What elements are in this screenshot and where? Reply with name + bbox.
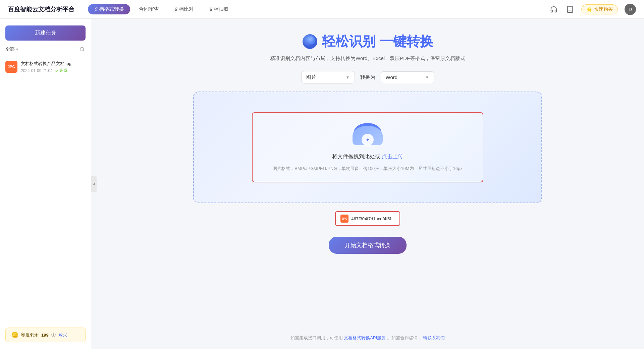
credit-bar: 🪙 额度剩余 199 ⓘ 购买 (5, 328, 86, 342)
source-select-arrow: ▼ (346, 75, 350, 80)
upload-area[interactable]: 将文件拖拽到此处或 点击上传 图片格式：BMP/JPG/JPEG/PNG，单次最… (193, 92, 542, 203)
upload-arrow-circle (362, 134, 374, 146)
upload-click-link[interactable]: 点击上传 (382, 154, 403, 159)
avatar[interactable]: D (625, 4, 636, 15)
credit-count: 199 (41, 333, 49, 338)
upload-text: 将文件拖拽到此处或 点击上传 (332, 153, 403, 160)
filter-arrow-icon: ▾ (16, 47, 18, 52)
file-preview-name: 467f304f7d1acdf4f5f... (351, 216, 394, 221)
hero-title-text: 轻松识别 一键转换 (322, 32, 433, 51)
main-wrapper: 新建任务 全部 ▾ JPG 文档格式转换产品文档.jpg 2024-01-09 … (0, 19, 644, 349)
header: 百度智能云文档分析平台 文档格式转换 合同审查 文档比对 文档抽取 ⭐ 快速购买… (0, 0, 644, 19)
file-date: 2024-01-09 21:04 (21, 68, 53, 73)
main-content: 轻松识别 一键转换 精准识别文档内容与布局，支持转换为Word、Excel、双层… (91, 19, 644, 349)
hero-title: 轻松识别 一键转换 (270, 32, 465, 51)
convert-controls: 图片 ▼ 转换为 Word ▼ (301, 71, 434, 83)
file-thumbnail: JPG (5, 61, 17, 73)
upload-inner-box[interactable]: 将文件拖拽到此处或 点击上传 图片格式：BMP/JPG/JPEG/PNG，单次最… (252, 112, 483, 182)
file-preview-thumb: JPG (340, 215, 348, 223)
search-icon[interactable] (79, 46, 86, 53)
hero-subtitle: 精准识别文档内容与布局，支持转换为Word、Excel、双层PDF等格式，保留原… (270, 55, 465, 62)
credit-buy-link[interactable]: 购买 (58, 332, 67, 338)
source-type-label: 图片 (306, 74, 316, 80)
svg-point-2 (307, 36, 315, 44)
buy-button[interactable]: ⭐ 快速购买 (581, 4, 618, 14)
file-preview-item[interactable]: JPG 467f304f7d1acdf4f5f... (335, 211, 400, 226)
file-status: 完成 (55, 68, 67, 73)
sidebar-collapse-handle[interactable]: ◀ (91, 176, 97, 192)
tab-document-convert[interactable]: 文档格式转换 (88, 4, 130, 14)
upload-hint: 图片格式：BMP/JPG/JPEG/PNG，单次最多上传100张，单张大小10M… (273, 166, 463, 172)
hero-icon (302, 34, 318, 50)
new-task-button[interactable]: 新建任务 (5, 25, 86, 41)
header-right: ⭐ 快速购买 D (549, 4, 636, 15)
convert-to-label: 转换为 (360, 74, 375, 80)
target-type-label: Word (386, 74, 398, 80)
tab-contract-review[interactable]: 合同审查 (133, 4, 165, 14)
logo: 百度智能云文档分析平台 (8, 5, 74, 13)
headphone-icon[interactable] (549, 5, 558, 14)
credit-icon: 🪙 (11, 331, 18, 339)
target-type-select[interactable]: Word ▼ (381, 71, 434, 83)
footer-text: 如需集成接口调用，可使用 文档格式转换API服务 。如需合作咨询， 请联系我们 (290, 335, 445, 341)
credit-section: 🪙 额度剩余 199 ⓘ 购买 (5, 328, 86, 342)
svg-point-0 (80, 47, 84, 51)
source-type-select[interactable]: 图片 ▼ (301, 71, 355, 83)
footer-api-link[interactable]: 文档格式转换API服务 (344, 335, 386, 340)
tab-document-extract[interactable]: 文档抽取 (203, 4, 235, 14)
tab-document-compare[interactable]: 文档比对 (168, 4, 200, 14)
filter-all[interactable]: 全部 ▾ (5, 46, 18, 52)
file-info: 文档格式转换产品文档.jpg 2024-01-09 21:04 完成 (21, 61, 86, 73)
footer-text-before: 如需集成接口调用，可使用 (290, 335, 343, 340)
start-convert-button[interactable]: 开始文档格式转换 (329, 237, 407, 254)
upload-cloud-icon (353, 123, 383, 147)
file-name: 文档格式转换产品文档.jpg (21, 61, 86, 67)
file-list-item[interactable]: JPG 文档格式转换产品文档.jpg 2024-01-09 21:04 完成 (5, 58, 86, 76)
footer-contact-link[interactable]: 请联系我们 (423, 335, 445, 340)
file-meta: 2024-01-09 21:04 完成 (21, 68, 86, 73)
credit-info-icon: ⓘ (51, 332, 56, 338)
credit-label: 额度剩余 (21, 332, 39, 338)
sidebar-filter: 全部 ▾ (5, 46, 86, 53)
target-select-arrow: ▼ (425, 75, 429, 80)
nav-tabs: 文档格式转换 合同审查 文档比对 文档抽取 (88, 4, 549, 14)
collapse-icon: ◀ (93, 182, 95, 186)
footer-text-mid: 。如需合作咨询， (387, 335, 422, 340)
hero-section: 轻松识别 一键转换 精准识别文档内容与布局，支持转换为Word、Excel、双层… (270, 32, 465, 62)
filter-label-text: 全部 (5, 46, 15, 52)
book-icon[interactable] (565, 5, 575, 14)
sidebar: 新建任务 全部 ▾ JPG 文档格式转换产品文档.jpg 2024-01-09 … (0, 19, 91, 349)
